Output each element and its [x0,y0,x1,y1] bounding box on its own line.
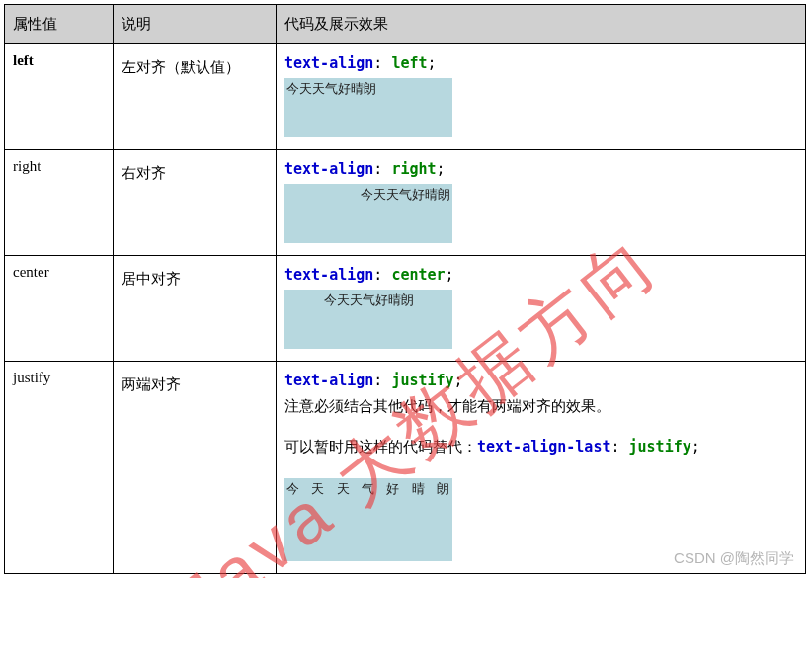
demo-box-justify: 今 天 天 气 好 晴 朗 [284,478,452,561]
header-desc: 说明 [114,5,277,44]
prop-value-cell: right [5,150,114,256]
table-header-row: 属性值 说明 代码及展示效果 [5,5,806,44]
code-cell: text-align: left; 今天天气好晴朗 [277,44,806,150]
desc-cell: 两端对齐 [114,362,277,574]
code-val: justify [391,372,453,389]
code-line: text-align: right; [284,160,797,178]
demo-box-right: 今天天气好晴朗 [284,184,452,243]
code-val: right [391,160,436,178]
code-line: text-align: left; [284,54,797,72]
justify-note-1: 注意必须结合其他代码，才能有两端对齐的效果。 [284,397,797,416]
code-cell: text-align: justify; 注意必须结合其他代码，才能有两端对齐的… [277,362,806,574]
prop-value: left [13,52,34,68]
desc-cell: 左对齐（默认值） [114,44,277,150]
code-prop: text-align [284,372,373,389]
code-val: center [391,266,445,284]
note2-prop: text-align-last [477,438,610,456]
demo-box-left: 今天天气好晴朗 [284,78,452,137]
prop-value: center [13,264,49,280]
code-prop: text-align [284,266,373,284]
justify-note-2: 可以暂时用这样的代码替代：text-align-last: justify; [284,438,797,457]
desc-cell: 居中对齐 [114,256,277,362]
prop-value: justify [13,370,50,385]
header-value: 属性值 [5,5,114,44]
prop-value-cell: center [5,256,114,362]
table-row: justify 两端对齐 text-align: justify; 注意必须结合… [5,362,806,574]
text-align-table: 属性值 说明 代码及展示效果 left 左对齐（默认值） text-align:… [4,4,806,574]
table-row: center 居中对齐 text-align: center; 今天天气好晴朗 [5,256,806,362]
table-row: right 右对齐 text-align: right; 今天天气好晴朗 [5,150,806,256]
note2-prefix: 可以暂时用这样的代码替代： [284,438,477,455]
prop-value: right [13,158,41,174]
code-val: left [391,54,427,72]
note2-val: justify [629,438,691,456]
prop-value-cell: justify [5,362,114,574]
code-line: text-align: justify; [284,372,797,389]
code-line: text-align: center; [284,266,797,284]
prop-value-cell: left [5,44,114,150]
code-prop: text-align [284,54,373,72]
demo-box-center: 今天天气好晴朗 [284,290,452,349]
table-row: left 左对齐（默认值） text-align: left; 今天天气好晴朗 [5,44,806,150]
desc-cell: 右对齐 [114,150,277,256]
code-prop: text-align [284,160,373,178]
code-cell: text-align: right; 今天天气好晴朗 [277,150,806,256]
header-code: 代码及展示效果 [277,5,806,44]
code-cell: text-align: center; 今天天气好晴朗 [277,256,806,362]
